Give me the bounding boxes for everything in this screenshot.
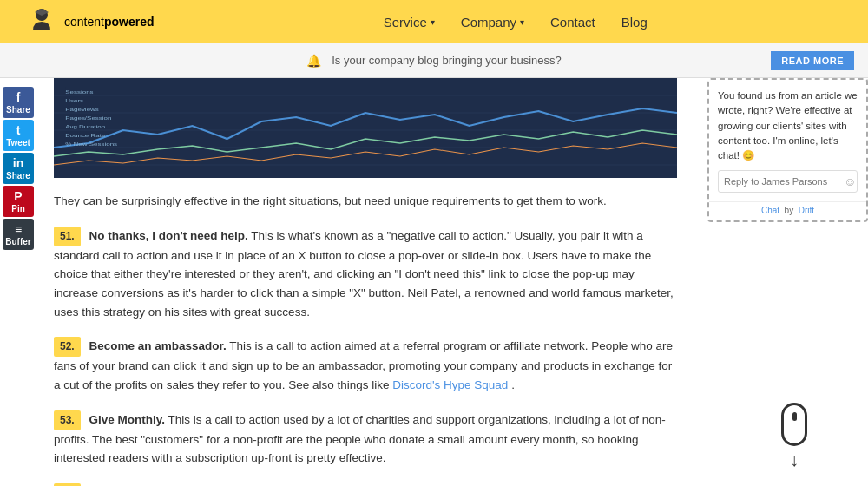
pinterest-icon: P (14, 189, 22, 203)
mouse-wheel (792, 412, 797, 421)
nav-company[interactable]: Company ▾ (461, 15, 524, 30)
nav-blog-label: Blog (621, 15, 648, 30)
svg-text:Users: Users (65, 98, 83, 103)
read-more-button[interactable]: READ MORE (771, 51, 854, 70)
twitter-icon: t (16, 123, 21, 137)
svg-text:Bounce Rate: Bounce Rate (65, 133, 105, 138)
twitter-tweet-button[interactable]: t Tweet (3, 120, 34, 151)
linkedin-share-button[interactable]: in Share (3, 153, 34, 184)
buffer-button[interactable]: ≡ Buffer (3, 219, 34, 250)
svg-text:Avg Duration: Avg Duration (65, 124, 105, 130)
main-nav: Service ▾ Company ▾ Contact Blog (189, 15, 842, 30)
chart-svg: Sessions Users Pageviews Pages/Session A… (54, 78, 677, 178)
logo-text-regular: content (64, 15, 104, 29)
mouse-scroll-indicator: ↓ (781, 403, 807, 469)
twitter-label: Tweet (6, 138, 30, 148)
svg-text:% New Sessions: % New Sessions (65, 141, 117, 147)
item-52-title: Become an ambassador. (89, 339, 226, 352)
chat-body: You found us from an article we wrote, r… (709, 80, 866, 201)
svg-text:Pageviews: Pageviews (65, 107, 99, 113)
item-52-badge: 52. (54, 337, 81, 357)
content-area: Sessions Users Pageviews Pages/Session A… (36, 78, 694, 486)
notification-bar: 🔔 Is your company blog bringing your bus… (0, 43, 868, 78)
chat-message: You found us from an article we wrote, r… (718, 89, 858, 163)
nav-service-label: Service (384, 15, 427, 30)
svg-text:Sessions: Sessions (65, 89, 94, 95)
buffer-label: Buffer (5, 237, 30, 246)
chat-input[interactable] (724, 176, 844, 187)
nav-service-caret: ▾ (431, 17, 435, 27)
nav-company-label: Company (461, 15, 516, 30)
item-52-body-after: . (511, 378, 515, 391)
logo-area[interactable]: contentpowered (26, 6, 155, 37)
pinterest-label: Pin (11, 204, 25, 213)
mouse-body (781, 403, 807, 446)
item-51-badge: 51. (54, 227, 81, 246)
chat-footer: Chat by Drift (709, 201, 866, 220)
intro-text: They can be surprisingly effective in th… (54, 192, 677, 211)
nav-blog[interactable]: Blog (621, 15, 648, 30)
logo-text: contentpowered (64, 15, 155, 29)
item-51-body: This is what's known as a "negative call… (54, 229, 674, 319)
list-item-52: 52. Become an ambassador. This is a call… (54, 337, 677, 394)
list-item-51: 51. No thanks, I don't need help. This i… (54, 227, 677, 322)
chat-input-area[interactable]: ☺ (718, 170, 858, 193)
main-layout: f Share t Tweet in Share P Pin ≡ Buffer (0, 78, 868, 486)
right-panel: You found us from an article we wrote, r… (694, 78, 868, 486)
chart-placeholder: Sessions Users Pageviews Pages/Session A… (54, 78, 677, 178)
list-item-53: 53. Give Monthly. This is a call to acti… (54, 410, 677, 468)
header: contentpowered Service ▾ Company ▾ Conta… (0, 0, 868, 43)
logo-icon (26, 6, 57, 37)
facebook-icon: f (16, 90, 21, 104)
logo-text-bold: powered (104, 15, 155, 29)
pinterest-pin-button[interactable]: P Pin (3, 186, 34, 217)
bell-icon: 🔔 (306, 54, 321, 68)
buffer-icon: ≡ (15, 222, 22, 236)
facebook-share-button[interactable]: f Share (3, 87, 34, 118)
svg-text:Pages/Session: Pages/Session (65, 115, 111, 122)
nav-contact-label: Contact (550, 15, 595, 30)
facebook-label: Share (6, 105, 30, 115)
item-53-title: Give Monthly. (89, 413, 165, 426)
nav-service[interactable]: Service ▾ (384, 15, 435, 30)
linkedin-label: Share (6, 171, 30, 181)
nav-contact[interactable]: Contact (550, 15, 595, 30)
linkedin-icon: in (13, 156, 23, 170)
svg-rect-1 (54, 78, 677, 178)
item-51-title: No thanks, I don't need help. (89, 229, 247, 242)
chat-footer-label: Chat (761, 206, 779, 215)
emoji-icon: ☺ (844, 174, 856, 188)
discord-hype-squad-link[interactable]: Discord's Hype Squad (392, 378, 508, 391)
notification-text: Is your company blog bringing your busin… (332, 54, 561, 67)
item-53-badge: 53. (54, 410, 81, 430)
nav-company-caret: ▾ (520, 17, 524, 27)
social-sidebar: f Share t Tweet in Share P Pin ≡ Buffer (0, 78, 36, 486)
chat-widget: You found us from an article we wrote, r… (707, 78, 868, 222)
scroll-arrow-icon: ↓ (790, 451, 799, 469)
drift-link[interactable]: Drift (799, 206, 814, 215)
